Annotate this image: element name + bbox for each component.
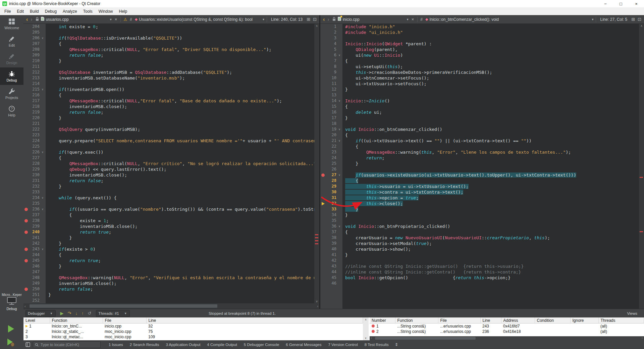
line-number[interactable]: 244 — [29, 252, 40, 258]
code-line[interactable]: 218 inventarioMSB.close(); — [23, 104, 314, 109]
gutter[interactable]: 13 — [320, 92, 342, 98]
gutter-breakpoint-cell[interactable] — [23, 87, 29, 92]
code-text[interactable]: qDebug() << query.lastError().text(); — [46, 166, 314, 172]
line-number[interactable]: 45 — [326, 275, 336, 281]
code-line[interactable]: 21∨ if((ui->txtUsuario->text() == "") ||… — [320, 138, 639, 144]
code-line[interactable]: 3 — [320, 35, 639, 41]
code-text[interactable]: int existe = 0; — [46, 24, 314, 30]
code-line[interactable]: 235 — [23, 201, 314, 206]
gutter[interactable]: 35 — [320, 218, 342, 223]
gutter[interactable]: 37 — [320, 229, 342, 235]
gutter-breakpoint-cell[interactable] — [23, 69, 29, 75]
line-number[interactable]: 252 — [29, 298, 40, 303]
breakpoint-marker[interactable] — [24, 219, 28, 222]
gutter[interactable]: 204 — [23, 24, 46, 30]
code-text[interactable]: return false; — [46, 52, 314, 58]
fold-marker[interactable]: ∨ — [40, 246, 46, 252]
code-text[interactable]: } — [46, 58, 314, 64]
code-text[interactable]: { — [46, 155, 314, 161]
fold-marker[interactable] — [40, 223, 46, 229]
gutter[interactable]: 30 — [320, 189, 342, 195]
fold-marker[interactable] — [40, 47, 46, 52]
line-number[interactable]: 218 — [29, 104, 40, 109]
line-number[interactable]: 241 — [29, 235, 40, 241]
fold-marker[interactable] — [40, 24, 46, 30]
code-text[interactable] — [342, 166, 639, 172]
gutter[interactable]: 15 — [320, 104, 342, 109]
code-line[interactable]: 240 return true; — [23, 229, 314, 235]
code-line[interactable]: 26 — [320, 166, 639, 172]
line-number[interactable]: 41 — [326, 252, 336, 258]
output-tab-4-compile-output[interactable]: 4 Compile Output — [204, 343, 240, 347]
code-line[interactable]: 2#include "ui_inicio.h" — [320, 30, 639, 35]
gutter[interactable]: 44 — [320, 269, 342, 275]
line-number[interactable]: 237 — [29, 212, 40, 218]
line-number[interactable]: 233 — [29, 189, 40, 195]
scroll-up-icon[interactable]: ∧ — [363, 318, 369, 321]
gutter[interactable]: 232 — [23, 184, 46, 189]
code-text[interactable]: if(!inventarioMSB.open()) — [46, 87, 314, 92]
breakpoint-marker[interactable] — [321, 173, 325, 177]
code-text[interactable] — [46, 201, 314, 206]
code-line[interactable]: 228 QMessageBox::critical(NULL, "Error c… — [23, 161, 314, 166]
gutter-breakpoint-cell[interactable] — [23, 172, 29, 178]
code-line[interactable]: 42 — [320, 258, 639, 263]
line-number[interactable]: 204 — [29, 24, 40, 30]
code-text[interactable] — [342, 281, 639, 286]
code-text[interactable]: QMessageBox::warning(this, "Error", "Lle… — [342, 149, 639, 155]
code-text[interactable] — [342, 92, 639, 98]
code-line[interactable]: 219 return false; — [23, 109, 314, 115]
views-button[interactable]: Views — [627, 311, 642, 315]
code-line[interactable]: 19∨void Inicio::on_btnComenzar_clicked() — [320, 127, 639, 132]
fold-marker[interactable] — [40, 281, 46, 286]
line-number[interactable]: 36 — [326, 223, 336, 229]
gutter[interactable]: 205 — [23, 30, 46, 35]
line-number[interactable]: 206 — [29, 35, 40, 41]
gutter-breakpoint-cell[interactable] — [320, 269, 326, 275]
gutter[interactable]: 6∨ — [320, 52, 342, 58]
gutter-breakpoint-cell[interactable] — [320, 144, 326, 149]
code-text[interactable]: QMessageBox::critical(NULL, "Error críti… — [46, 161, 314, 166]
code-line[interactable]: 12} — [320, 87, 639, 92]
fold-marker[interactable] — [336, 35, 342, 41]
gutter-breakpoint-cell[interactable] — [320, 184, 326, 189]
gutter[interactable]: 36∨ — [320, 223, 342, 229]
fold-marker[interactable]: ∨ — [40, 149, 46, 155]
gutter[interactable]: 236∨ — [23, 206, 46, 212]
line-number[interactable]: 4 — [326, 41, 336, 47]
code-line[interactable]: 7{ — [320, 58, 639, 64]
code-text[interactable]: return; — [342, 155, 639, 161]
gutter[interactable]: 209 — [23, 52, 46, 58]
line-number[interactable]: 26 — [326, 166, 336, 172]
breakpoints-col-address[interactable]: Address — [501, 317, 535, 323]
fold-marker[interactable] — [40, 269, 46, 275]
fold-marker[interactable] — [336, 281, 342, 286]
gutter-breakpoint-cell[interactable] — [320, 75, 326, 81]
fold-marker[interactable] — [336, 229, 342, 235]
fold-marker[interactable] — [40, 298, 46, 303]
code-text[interactable]: delete ui; — [342, 109, 639, 115]
code-text[interactable]: if(!QSqlDatabase::isDriverAvailable("QSQ… — [46, 35, 314, 41]
line-number[interactable]: 227 — [29, 155, 40, 161]
code-text[interactable]: { — [342, 104, 639, 109]
sidebar-item-welcome[interactable]: Welcome — [0, 15, 23, 33]
gutter[interactable]: 243∨ — [23, 246, 46, 252]
fold-marker[interactable] — [40, 172, 46, 178]
fold-marker[interactable] — [40, 189, 46, 195]
fold-marker[interactable]: ∨ — [40, 195, 46, 201]
fold-marker[interactable] — [40, 161, 46, 166]
fold-marker[interactable] — [336, 212, 342, 218]
code-line[interactable]: 11 ui->txtUsuario->setFocus(); — [320, 81, 639, 87]
line-number[interactable]: 242 — [29, 241, 40, 246]
line-number[interactable]: 23 — [326, 149, 336, 155]
gutter-breakpoint-cell[interactable] — [23, 229, 29, 235]
gutter-breakpoint-cell[interactable] — [23, 298, 29, 303]
sidebar-item-edit[interactable]: Edit — [0, 33, 23, 50]
gutter-breakpoint-cell[interactable] — [23, 47, 29, 52]
fold-marker[interactable] — [336, 69, 342, 75]
close-document-icon[interactable]: × — [113, 17, 119, 22]
fold-marker[interactable] — [40, 201, 46, 206]
scrollbar-thumb[interactable] — [30, 304, 217, 308]
gutter[interactable]: 8 — [320, 64, 342, 69]
code-line[interactable]: 216 { — [23, 92, 314, 98]
